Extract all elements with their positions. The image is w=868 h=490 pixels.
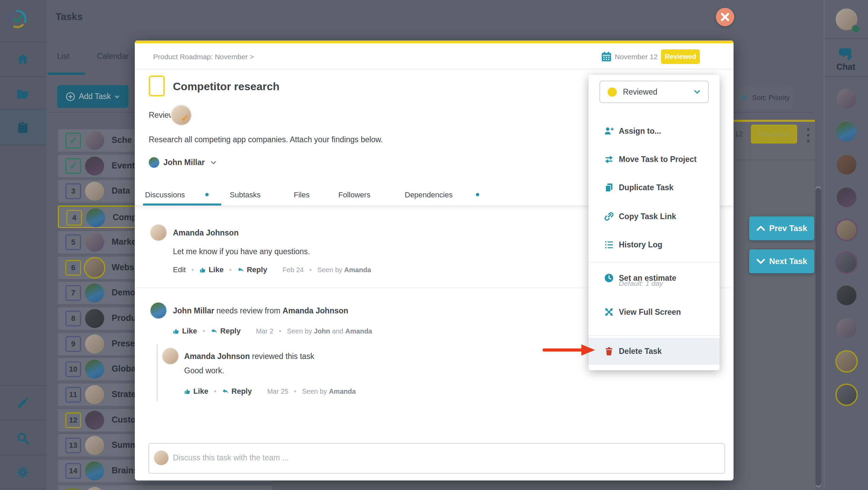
reply-link[interactable]: Reply bbox=[211, 327, 241, 336]
chat-user-avatar[interactable] bbox=[837, 285, 856, 305]
divider bbox=[135, 69, 734, 69]
task-number-box[interactable]: 11 bbox=[65, 387, 81, 403]
task-number-box[interactable]: 12 bbox=[65, 412, 81, 428]
background-status-badge: Reviewed bbox=[751, 125, 797, 144]
task-number-box[interactable] bbox=[65, 489, 81, 490]
home-icon[interactable] bbox=[16, 52, 30, 66]
chat-label[interactable]: Chat bbox=[824, 62, 868, 72]
task-number-box[interactable]: 5 bbox=[65, 234, 81, 250]
menu-item-duplicate-task[interactable]: Duplicate Task bbox=[589, 177, 720, 198]
assignee-avatar[interactable] bbox=[149, 157, 159, 168]
status-select[interactable]: Reviewed bbox=[599, 81, 709, 103]
chat-user-avatar[interactable] bbox=[837, 89, 856, 109]
task-title[interactable]: Competitor research bbox=[173, 80, 279, 93]
folder-icon[interactable] bbox=[16, 87, 30, 101]
sort-button[interactable]: Sort: Priority bbox=[738, 87, 793, 109]
tab-list[interactable]: List bbox=[57, 52, 69, 61]
task-number-box[interactable]: 6 bbox=[65, 260, 81, 276]
chat-user-avatar[interactable] bbox=[837, 220, 856, 240]
chevron-down-icon[interactable] bbox=[210, 160, 216, 165]
close-icon[interactable] bbox=[716, 8, 734, 26]
chat-icon[interactable] bbox=[838, 47, 853, 61]
task-done-checkbox[interactable]: ✓ bbox=[65, 158, 81, 174]
task-description[interactable]: Research all competing app companies. At… bbox=[149, 135, 383, 144]
tab-files[interactable]: Files bbox=[294, 191, 309, 199]
divider bbox=[589, 262, 720, 263]
task-complete-checkbox[interactable] bbox=[149, 76, 165, 96]
status-badge[interactable]: Reviewed bbox=[661, 49, 700, 64]
tab-calendar[interactable]: Calendar bbox=[97, 52, 129, 61]
task-number-box[interactable]: 10 bbox=[65, 361, 81, 377]
clipboard-icon[interactable] bbox=[16, 120, 30, 134]
sort-icon bbox=[741, 94, 749, 102]
menu-item-history-log[interactable]: History Log bbox=[589, 234, 720, 255]
reply-link[interactable]: Reply bbox=[237, 265, 267, 274]
tab-dot bbox=[205, 193, 209, 196]
task-row[interactable] bbox=[58, 485, 272, 490]
avatar[interactable] bbox=[150, 303, 166, 318]
avatar bbox=[85, 309, 104, 328]
pencil-icon[interactable] bbox=[16, 396, 30, 410]
task-number-box[interactable]: 8 bbox=[65, 311, 81, 326]
task-number-box[interactable]: 4 bbox=[66, 210, 82, 226]
chat-user-avatar[interactable] bbox=[837, 385, 856, 405]
like-link[interactable]: Like bbox=[199, 265, 224, 274]
task-number-box[interactable]: 7 bbox=[65, 285, 81, 301]
avatar[interactable] bbox=[150, 225, 166, 241]
reply-icon bbox=[211, 328, 218, 334]
menu-item-view-full-screen[interactable]: View Full Screen bbox=[589, 302, 720, 322]
like-link[interactable]: Like bbox=[173, 327, 197, 336]
reply-link[interactable]: Reply bbox=[222, 387, 252, 396]
avatar bbox=[85, 182, 104, 201]
search-icon[interactable] bbox=[16, 431, 30, 445]
avatar[interactable] bbox=[162, 348, 178, 364]
like-link[interactable]: Like bbox=[184, 387, 208, 396]
reviewer-approved-check-icon: ✓ bbox=[181, 113, 189, 124]
menu-item-delete-task[interactable]: Delete Task bbox=[589, 341, 720, 361]
next-task-button[interactable]: Next Task bbox=[749, 249, 814, 273]
chevron-down-icon bbox=[694, 89, 701, 95]
chat-user-avatar[interactable] bbox=[837, 187, 856, 207]
move-icon bbox=[604, 154, 614, 164]
add-task-button[interactable]: Add Task bbox=[57, 85, 128, 108]
tab-discussions[interactable]: Discussions bbox=[145, 191, 185, 199]
avatar bbox=[154, 451, 168, 465]
gear-icon[interactable] bbox=[16, 466, 30, 479]
prev-task-button[interactable]: Prev Task bbox=[749, 216, 814, 240]
task-number-box[interactable]: 3 bbox=[65, 183, 81, 199]
task-row-label: Summ bbox=[112, 440, 138, 450]
task-number-box[interactable]: 14 bbox=[65, 463, 81, 479]
comment-author-line: Amanda Johnson reviewed this task bbox=[184, 352, 314, 361]
assignee-name[interactable]: John Millar bbox=[163, 158, 205, 167]
tab-dependencies[interactable]: Dependencies bbox=[405, 191, 453, 199]
chat-user-avatar[interactable] bbox=[837, 352, 856, 371]
add-task-label: Add Task bbox=[79, 92, 111, 101]
task-number-box[interactable]: 9 bbox=[65, 336, 81, 352]
chat-user-avatar[interactable] bbox=[837, 122, 856, 142]
edit-link[interactable]: Edit bbox=[173, 265, 186, 274]
calendar-icon bbox=[601, 51, 612, 62]
menu-item-move-task-to-project[interactable]: Move Task to Project bbox=[589, 149, 720, 169]
chat-user-avatar[interactable] bbox=[837, 155, 856, 175]
avatar bbox=[85, 461, 104, 480]
chat-user-avatar[interactable] bbox=[837, 253, 856, 273]
due-date[interactable]: November 12 bbox=[615, 53, 658, 61]
thumbs-up-icon bbox=[173, 328, 179, 334]
task-row-label: Demo bbox=[112, 288, 135, 297]
task-row-label: Marke bbox=[112, 237, 136, 247]
tab-followers[interactable]: Followers bbox=[338, 191, 370, 199]
scrollbar-thumb[interactable] bbox=[816, 188, 821, 486]
comment-body: Good work. bbox=[184, 366, 224, 375]
avatar bbox=[85, 411, 104, 430]
task-number-box[interactable]: 13 bbox=[65, 438, 81, 453]
comment-date: Feb 24 bbox=[283, 266, 304, 274]
task-done-checkbox[interactable]: ✓ bbox=[65, 133, 81, 148]
chevron-down-icon bbox=[114, 94, 120, 99]
menu-item-copy-task-link[interactable]: Copy Task Link bbox=[589, 206, 720, 227]
tab-subtasks[interactable]: Subtasks bbox=[230, 191, 261, 199]
app-logo[interactable] bbox=[7, 9, 28, 29]
chat-user-avatar[interactable] bbox=[837, 318, 856, 338]
menu-item-assign-to[interactable]: Assign to... bbox=[589, 121, 720, 141]
task-row-label: Produ bbox=[112, 313, 136, 323]
breadcrumb[interactable]: Product Roadmap: November > bbox=[153, 53, 254, 61]
